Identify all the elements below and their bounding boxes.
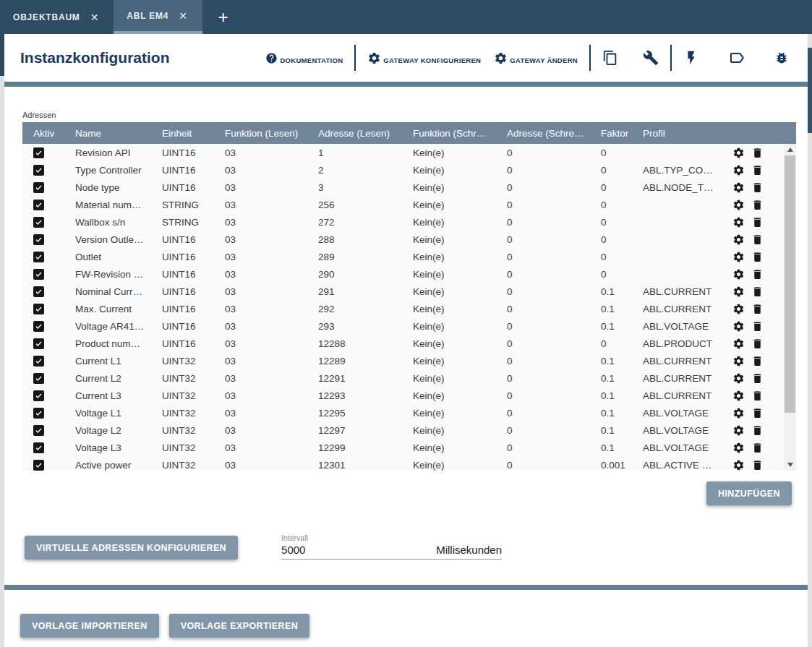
row-settings-gear-icon[interactable] [732,303,745,315]
page-title: Instanzkonfiguration [20,49,170,67]
row-checkbox[interactable] [33,269,44,280]
row-delete-trash-icon[interactable] [751,199,764,211]
row-checkbox[interactable] [33,321,44,332]
row-delete-trash-icon[interactable] [751,390,764,402]
lightning-icon[interactable] [683,50,699,66]
row-settings-gear-icon[interactable] [732,164,745,176]
row-delete-trash-icon[interactable] [751,268,764,280]
export-template-button[interactable]: VORLAGE EXPORTIEREN [169,614,309,638]
cell-funktion-lesen: 03 [225,200,318,210]
cell-adresse-schreiben: 0 [507,286,601,297]
page-scrollbar-thumb[interactable] [808,48,812,133]
row-delete-trash-icon[interactable] [751,233,764,246]
cell-profil: ABL.VOLTAGE [643,442,729,453]
row-checkbox[interactable] [33,460,44,471]
row-delete-trash-icon[interactable] [751,286,764,298]
row-delete-trash-icon[interactable] [751,338,764,350]
row-checkbox[interactable] [33,165,44,176]
gateway-configure-label: GATEWAY KONFIGURIEREN [383,52,481,64]
scroll-down-icon[interactable] [784,459,796,471]
row-settings-gear-icon[interactable] [732,268,745,280]
wrench-icon[interactable] [643,50,659,66]
row-checkbox[interactable] [33,390,44,401]
row-settings-gear-icon[interactable] [732,338,745,350]
row-checkbox[interactable] [33,356,44,367]
cell-adresse-schreiben: 0 [507,425,601,436]
row-settings-gear-icon[interactable] [732,199,745,211]
row-checkbox[interactable] [33,286,44,297]
row-delete-trash-icon[interactable] [751,459,764,471]
gateway-change-button[interactable]: GATEWAY ÄNDERN [494,51,578,65]
row-checkbox[interactable] [33,304,44,314]
gateway-configure-button[interactable]: GATEWAY KONFIGURIEREN [367,51,481,65]
row-delete-trash-icon[interactable] [751,251,764,263]
table-scrollbar-thumb[interactable] [785,155,795,413]
bug-icon[interactable] [774,51,789,65]
row-delete-trash-icon[interactable] [751,303,764,315]
toolbar-divider [354,45,356,71]
row-settings-gear-icon[interactable] [732,233,745,246]
table-row: Product num… UINT16 03 12288 Kein(e) 0 0… [22,335,784,352]
row-delete-trash-icon[interactable] [751,407,764,419]
row-settings-gear-icon[interactable] [732,390,745,402]
close-icon[interactable]: ✕ [179,11,188,21]
cell-adresse-lesen: 293 [318,321,413,332]
row-settings-gear-icon[interactable] [732,459,745,471]
row-delete-trash-icon[interactable] [751,147,764,159]
scroll-up-icon[interactable] [784,144,796,155]
add-button[interactable]: HINZUFÜGEN [706,481,792,505]
row-delete-trash-icon[interactable] [751,372,764,385]
row-checkbox[interactable] [33,217,44,228]
plus-icon: + [218,7,228,27]
row-settings-gear-icon[interactable] [732,320,745,333]
row-delete-trash-icon[interactable] [751,355,764,367]
cell-adresse-schreiben: 0 [507,147,601,158]
row-delete-trash-icon[interactable] [751,164,764,176]
row-checkbox[interactable] [33,373,44,384]
row-checkbox[interactable] [33,425,44,436]
cell-adresse-lesen: 256 [318,200,413,210]
interval-input[interactable] [281,544,368,556]
tab-abl-em4[interactable]: ABL EM4 ✕ [114,0,202,34]
cell-funktion-schreiben: Kein(e) [413,321,507,332]
row-settings-gear-icon[interactable] [732,216,745,228]
row-settings-gear-icon[interactable] [732,372,745,385]
tab-label: ABL EM4 [127,11,168,21]
row-checkbox[interactable] [33,234,44,245]
row-settings-gear-icon[interactable] [732,286,745,298]
row-checkbox[interactable] [33,338,44,349]
cell-adresse-schreiben: 0 [507,269,601,280]
documentation-label: DOKUMENTATION [280,52,343,64]
row-settings-gear-icon[interactable] [732,181,745,194]
cell-einheit: UINT16 [162,252,225,262]
table-scrollbar[interactable] [784,144,796,471]
new-tab-button[interactable]: + [202,0,244,34]
row-delete-trash-icon[interactable] [751,216,764,228]
row-checkbox[interactable] [33,200,44,210]
tag-icon[interactable] [728,49,745,67]
row-checkbox[interactable] [33,252,44,262]
documentation-button[interactable]: DOKUMENTATION [265,52,343,64]
cell-adresse-lesen: 3 [318,182,413,193]
import-template-button[interactable]: VORLAGE IMPORTIEREN [20,614,159,638]
tab-objektbaum[interactable]: OBJEKTBAUM ✕ [0,0,114,34]
cell-funktion-schreiben: Kein(e) [413,356,507,367]
row-settings-gear-icon[interactable] [732,355,745,367]
row-settings-gear-icon[interactable] [732,251,745,263]
copy-icon[interactable] [602,50,618,66]
row-delete-trash-icon[interactable] [751,320,764,333]
row-settings-gear-icon[interactable] [732,424,745,437]
row-settings-gear-icon[interactable] [732,442,745,454]
row-checkbox[interactable] [33,442,44,453]
configure-virtual-addresses-button[interactable]: VIRTUELLE ADRESSEN KONFIGURIEREN [25,536,238,560]
row-delete-trash-icon[interactable] [751,181,764,194]
cell-adresse-schreiben: 0 [507,442,601,453]
row-checkbox[interactable] [33,182,44,193]
row-delete-trash-icon[interactable] [751,442,764,454]
close-icon[interactable]: ✕ [90,12,100,22]
row-settings-gear-icon[interactable] [732,407,745,419]
row-delete-trash-icon[interactable] [751,424,764,437]
row-checkbox[interactable] [33,408,44,419]
row-settings-gear-icon[interactable] [732,147,745,159]
row-checkbox[interactable] [33,147,44,158]
